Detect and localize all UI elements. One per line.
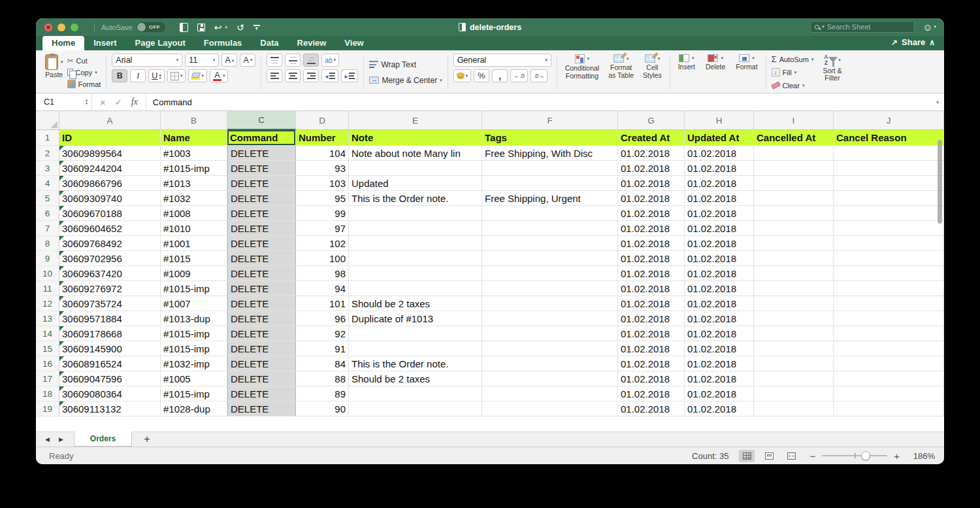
cell-E11[interactable] bbox=[349, 281, 482, 296]
cell-B3[interactable]: #1015-imp bbox=[161, 161, 227, 176]
cell-F6[interactable] bbox=[482, 206, 618, 221]
cell-E1[interactable]: Note bbox=[349, 130, 482, 146]
cell-F17[interactable] bbox=[482, 371, 618, 386]
cell-H1[interactable]: Updated At bbox=[685, 130, 754, 146]
autosum-button[interactable]: Σ AutoSum ▾ bbox=[772, 54, 814, 65]
cell-I14[interactable] bbox=[754, 326, 834, 341]
cell-C15[interactable]: DELETE bbox=[227, 341, 296, 356]
tab-data[interactable]: Data bbox=[251, 36, 287, 50]
cell-D13[interactable]: 96 bbox=[296, 311, 349, 326]
cell-G9[interactable]: 01.02.2018 bbox=[618, 251, 685, 266]
cell-C5[interactable]: DELETE bbox=[227, 191, 296, 206]
cell-E15[interactable] bbox=[349, 341, 482, 356]
decrease-decimal-button[interactable]: .0→ bbox=[531, 69, 548, 82]
column-header-J[interactable]: J bbox=[834, 111, 944, 130]
cell-B19[interactable]: #1028-dup bbox=[161, 401, 227, 416]
cell-I9[interactable] bbox=[754, 251, 834, 266]
cell-G12[interactable]: 01.02.2018 bbox=[618, 296, 685, 311]
cell-E19[interactable] bbox=[349, 401, 482, 416]
cell-H13[interactable]: 01.02.2018 bbox=[685, 311, 754, 326]
paste-button[interactable]: ▾ Paste bbox=[42, 54, 66, 91]
fill-color-button[interactable]: ▾ bbox=[188, 69, 207, 82]
cell-E2[interactable]: Note about note Many lin bbox=[349, 146, 482, 161]
cell-E16[interactable]: This is the Order note. bbox=[349, 356, 482, 371]
cell-D12[interactable]: 101 bbox=[296, 296, 349, 311]
row-header-3[interactable]: 3 bbox=[36, 161, 59, 176]
orientation-button[interactable]: ab▾ bbox=[321, 54, 339, 67]
cell-J18[interactable] bbox=[834, 386, 944, 401]
cell-A18[interactable]: 30609080364 bbox=[59, 386, 161, 401]
cell-D8[interactable]: 102 bbox=[296, 236, 349, 251]
cell-D5[interactable]: 95 bbox=[296, 191, 349, 206]
select-all-corner[interactable] bbox=[36, 111, 59, 130]
cell-A14[interactable]: 30609178668 bbox=[59, 326, 161, 341]
cell-D15[interactable]: 91 bbox=[296, 341, 349, 356]
decrease-font-button[interactable]: A▾ bbox=[240, 54, 255, 67]
cell-G17[interactable]: 01.02.2018 bbox=[618, 371, 685, 386]
copy-button[interactable]: Copy ▾ bbox=[67, 67, 101, 78]
accounting-format-button[interactable]: ▾ bbox=[453, 69, 472, 82]
zoom-out-button[interactable]: − bbox=[809, 450, 815, 462]
cell-A16[interactable]: 30608916524 bbox=[59, 356, 161, 371]
cell-G2[interactable]: 01.02.2018 bbox=[618, 146, 685, 161]
cell-I16[interactable] bbox=[754, 356, 834, 371]
cell-D19[interactable]: 90 bbox=[296, 401, 349, 416]
conditional-formatting-button[interactable]: ▾ ConditionalFormatting bbox=[563, 54, 602, 91]
cell-C16[interactable]: DELETE bbox=[227, 356, 296, 371]
cell-E17[interactable]: Should be 2 taxes bbox=[349, 371, 482, 386]
cell-D9[interactable]: 100 bbox=[296, 251, 349, 266]
feedback-button[interactable]: ☺ ▾ bbox=[923, 22, 936, 33]
column-header-I[interactable]: I bbox=[754, 111, 834, 130]
close-window-button[interactable] bbox=[44, 24, 52, 31]
copy-caret-icon[interactable]: ▾ bbox=[95, 70, 97, 75]
collapse-ribbon-icon[interactable]: ∧ bbox=[929, 38, 935, 47]
cell-B1[interactable]: Name bbox=[161, 130, 227, 146]
cell-I5[interactable] bbox=[754, 191, 834, 206]
cell-D11[interactable]: 94 bbox=[296, 281, 349, 296]
cell-F7[interactable] bbox=[482, 221, 618, 236]
cell-F2[interactable]: Free Shipping, With Disc bbox=[482, 146, 618, 161]
cell-J6[interactable] bbox=[834, 206, 944, 221]
cell-D16[interactable]: 84 bbox=[296, 356, 349, 371]
cell-J13[interactable] bbox=[834, 311, 944, 326]
cell-H12[interactable]: 01.02.2018 bbox=[685, 296, 754, 311]
cell-E6[interactable] bbox=[349, 206, 482, 221]
cell-F3[interactable] bbox=[482, 161, 618, 176]
save-icon[interactable] bbox=[197, 24, 205, 31]
cell-G7[interactable]: 01.02.2018 bbox=[618, 221, 685, 236]
cell-C18[interactable]: DELETE bbox=[227, 386, 296, 401]
cell-C11[interactable]: DELETE bbox=[227, 281, 296, 296]
cell-B7[interactable]: #1010 bbox=[161, 221, 227, 236]
cell-F11[interactable] bbox=[482, 281, 618, 296]
cell-E13[interactable]: Duplicate of #1013 bbox=[349, 311, 482, 326]
font-color-button[interactable]: A▾ bbox=[210, 69, 229, 82]
cell-I1[interactable]: Cancelled At bbox=[754, 130, 834, 146]
cell-H18[interactable]: 01.02.2018 bbox=[685, 386, 754, 401]
cell-B9[interactable]: #1015 bbox=[161, 251, 227, 266]
cell-G15[interactable]: 01.02.2018 bbox=[618, 341, 685, 356]
cell-I8[interactable] bbox=[754, 236, 834, 251]
row-header-13[interactable]: 13 bbox=[36, 311, 59, 326]
undo-icon[interactable]: ↩ bbox=[214, 22, 222, 33]
cell-A8[interactable]: 30609768492 bbox=[59, 236, 161, 251]
borders-button[interactable]: ▾ bbox=[167, 69, 186, 82]
row-header-15[interactable]: 15 bbox=[36, 341, 59, 356]
cell-D4[interactable]: 103 bbox=[296, 176, 349, 191]
cell-G10[interactable]: 01.02.2018 bbox=[618, 266, 685, 281]
cell-F5[interactable]: Free Shipping, Urgent bbox=[482, 191, 618, 206]
increase-indent-button[interactable]: ▸ bbox=[341, 69, 358, 82]
cell-A13[interactable]: 30609571884 bbox=[59, 311, 161, 326]
cell-A12[interactable]: 30609735724 bbox=[59, 296, 161, 311]
cell-G16[interactable]: 01.02.2018 bbox=[618, 356, 685, 371]
cell-J5[interactable] bbox=[834, 191, 944, 206]
cell-B10[interactable]: #1009 bbox=[161, 266, 227, 281]
cell-I18[interactable] bbox=[754, 386, 834, 401]
cell-H19[interactable]: 01.02.2018 bbox=[685, 401, 754, 416]
customize-toolbar-icon[interactable]: ▾ bbox=[253, 25, 260, 30]
cell-F18[interactable] bbox=[482, 386, 618, 401]
increase-decimal-button[interactable]: ←.0 bbox=[510, 69, 528, 82]
tab-formulas[interactable]: Formulas bbox=[195, 36, 252, 50]
cell-C1[interactable]: Command bbox=[227, 130, 296, 146]
tab-review[interactable]: Review bbox=[288, 36, 336, 50]
zoom-window-button[interactable] bbox=[71, 24, 78, 31]
